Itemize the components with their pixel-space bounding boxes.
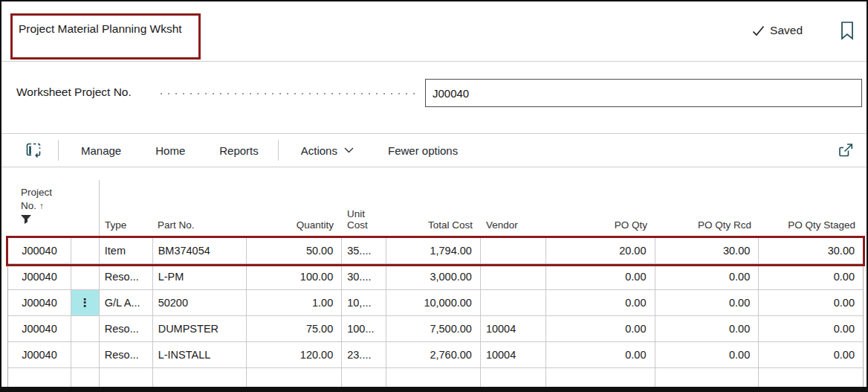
column-header-part-no[interactable]: Part No. bbox=[152, 180, 247, 237]
cell-po-qty-rcd[interactable] bbox=[655, 368, 760, 389]
bookmark-icon[interactable] bbox=[840, 21, 855, 43]
cell-po-qty-staged[interactable]: 0.00 bbox=[759, 264, 863, 289]
cell-unit-cost[interactable]: 100... bbox=[342, 316, 386, 341]
cell-unit-cost[interactable]: 35.... bbox=[342, 238, 386, 263]
save-status: Saved bbox=[752, 24, 803, 37]
column-header-po-qty[interactable]: PO Qty bbox=[546, 180, 655, 237]
cell-total-cost[interactable]: 3,000.00 bbox=[386, 264, 481, 289]
menu-item-manage[interactable]: Manage bbox=[81, 144, 121, 157]
menu-item-actions[interactable]: Actions bbox=[301, 144, 354, 157]
table-row[interactable]: J00040Reso...L-PM100.0030....3,000.000.0… bbox=[8, 264, 863, 290]
cell-part-no[interactable]: BM374054 bbox=[153, 238, 247, 263]
table-row[interactable] bbox=[8, 368, 863, 389]
cell-project-no[interactable]: J00040 bbox=[8, 316, 71, 341]
cell-po-qty-rcd[interactable]: 0.00 bbox=[655, 264, 760, 289]
column-header-unit-cost[interactable]: Unit Cost bbox=[342, 180, 386, 237]
cell-po-qty[interactable] bbox=[546, 368, 655, 389]
cell-part-no[interactable]: L-PM bbox=[153, 264, 247, 289]
column-header-vendor[interactable]: Vendor bbox=[481, 180, 546, 237]
menu-item-reports[interactable]: Reports bbox=[219, 144, 259, 157]
cell-vendor[interactable]: 10004 bbox=[481, 316, 546, 341]
cell-po-qty-staged[interactable]: 0.00 bbox=[759, 290, 863, 315]
cell-part-no[interactable]: DUMPSTER bbox=[153, 316, 247, 341]
cell-vendor[interactable] bbox=[481, 264, 546, 289]
column-header-po-qty-rcd[interactable]: PO Qty Rcd bbox=[655, 180, 760, 237]
row-menu-cell[interactable] bbox=[71, 368, 100, 389]
cell-quantity[interactable] bbox=[247, 368, 342, 389]
cell-type[interactable]: G/L A... bbox=[100, 290, 153, 315]
cell-po-qty-staged[interactable]: 0.00 bbox=[759, 316, 863, 341]
cell-project-no[interactable]: J00040 bbox=[8, 238, 71, 263]
cell-po-qty[interactable]: 20.00 bbox=[546, 238, 655, 263]
cell-part-no[interactable]: L-INSTALL bbox=[153, 342, 247, 367]
column-header-type[interactable]: Type bbox=[99, 180, 152, 237]
cell-po-qty[interactable]: 0.00 bbox=[546, 264, 655, 289]
cell-project-no[interactable]: J00040 bbox=[8, 290, 71, 315]
table-row[interactable]: J00040⋮G/L A...502001.0010,...10,000.000… bbox=[8, 290, 863, 316]
cell-po-qty-rcd[interactable]: 0.00 bbox=[655, 342, 760, 367]
cell-vendor[interactable] bbox=[481, 238, 546, 263]
row-menu-cell[interactable] bbox=[71, 316, 100, 341]
column-header-selector bbox=[71, 180, 99, 237]
cell-quantity[interactable]: 75.00 bbox=[247, 316, 342, 341]
row-menu-cell[interactable] bbox=[71, 238, 100, 263]
row-menu-cell[interactable] bbox=[71, 264, 100, 289]
column-header-po-qty-staged[interactable]: PO Qty Staged bbox=[760, 180, 864, 237]
cell-project-no[interactable] bbox=[8, 368, 71, 389]
cell-total-cost[interactable]: 10,000.00 bbox=[386, 290, 481, 315]
cell-type[interactable]: Reso... bbox=[100, 316, 153, 341]
column-header-quantity[interactable]: Quantity bbox=[247, 180, 342, 237]
grid-view-icon[interactable] bbox=[25, 142, 42, 158]
cell-po-qty-staged[interactable] bbox=[759, 368, 863, 389]
column-header-project-no[interactable]: Project No. ↑ bbox=[7, 180, 71, 237]
cell-po-qty[interactable]: 0.00 bbox=[546, 290, 655, 315]
row-menu-cell[interactable] bbox=[71, 342, 100, 367]
cell-quantity[interactable]: 50.00 bbox=[247, 238, 342, 263]
cell-vendor[interactable] bbox=[481, 368, 546, 389]
cell-type[interactable]: Item bbox=[100, 238, 153, 263]
cell-part-no[interactable] bbox=[153, 368, 247, 389]
cell-type[interactable]: Reso... bbox=[100, 342, 153, 367]
toolbar-divider bbox=[1, 167, 867, 167]
checkmark-icon bbox=[752, 25, 765, 36]
table-row[interactable]: J00040Reso...L-INSTALL120.0023....2,760.… bbox=[8, 342, 863, 368]
cell-quantity[interactable]: 100.00 bbox=[247, 264, 342, 289]
menu-item-home[interactable]: Home bbox=[155, 144, 185, 157]
row-menu-cell[interactable]: ⋮ bbox=[71, 290, 100, 315]
cell-po-qty-staged[interactable]: 30.00 bbox=[759, 238, 863, 263]
cell-quantity[interactable]: 1.00 bbox=[247, 290, 342, 315]
share-icon[interactable] bbox=[837, 142, 855, 158]
cell-vendor[interactable] bbox=[481, 290, 546, 315]
table-row[interactable]: J00040Reso...DUMPSTER75.00100...7,500.00… bbox=[8, 316, 863, 342]
cell-po-qty-rcd[interactable]: 30.00 bbox=[655, 238, 760, 263]
action-toolbar: Manage Home Reports Actions Fewer option… bbox=[1, 133, 867, 167]
filter-icon[interactable] bbox=[21, 215, 31, 224]
cell-unit-cost[interactable] bbox=[342, 368, 386, 389]
cell-type[interactable] bbox=[100, 368, 153, 389]
cell-po-qty-rcd[interactable]: 0.00 bbox=[655, 316, 760, 341]
cell-total-cost[interactable]: 1,794.00 bbox=[386, 238, 481, 263]
cell-po-qty-staged[interactable]: 0.00 bbox=[759, 342, 863, 367]
cell-total-cost[interactable] bbox=[386, 368, 481, 389]
cell-quantity[interactable]: 120.00 bbox=[247, 342, 342, 367]
cell-unit-cost[interactable]: 10,... bbox=[342, 290, 386, 315]
cell-po-qty[interactable]: 0.00 bbox=[546, 316, 655, 341]
worksheet-project-no-input[interactable] bbox=[425, 79, 862, 107]
cell-total-cost[interactable]: 2,760.00 bbox=[386, 342, 481, 367]
cell-part-no[interactable]: 50200 bbox=[153, 290, 247, 315]
cell-project-no[interactable]: J00040 bbox=[8, 264, 71, 289]
cell-project-no[interactable]: J00040 bbox=[8, 342, 71, 367]
dotted-leader bbox=[161, 93, 419, 94]
cell-unit-cost[interactable]: 30.... bbox=[342, 264, 386, 289]
cell-po-qty-rcd[interactable]: 0.00 bbox=[655, 290, 760, 315]
menu-item-fewer-options[interactable]: Fewer options bbox=[388, 144, 458, 157]
cell-vendor[interactable]: 10004 bbox=[481, 342, 546, 367]
table-row-highlighted[interactable]: J00040ItemBM37405450.0035....1,794.0020.… bbox=[8, 238, 863, 264]
worksheet-project-no-label: Worksheet Project No. bbox=[16, 86, 132, 99]
cell-unit-cost[interactable]: 23.... bbox=[342, 342, 386, 367]
cell-type[interactable]: Reso... bbox=[100, 264, 153, 289]
cell-po-qty[interactable]: 0.00 bbox=[546, 342, 655, 367]
cell-total-cost[interactable]: 7,500.00 bbox=[386, 316, 481, 341]
column-header-total-cost[interactable]: Total Cost bbox=[386, 180, 481, 237]
toolbar-separator bbox=[278, 140, 279, 161]
